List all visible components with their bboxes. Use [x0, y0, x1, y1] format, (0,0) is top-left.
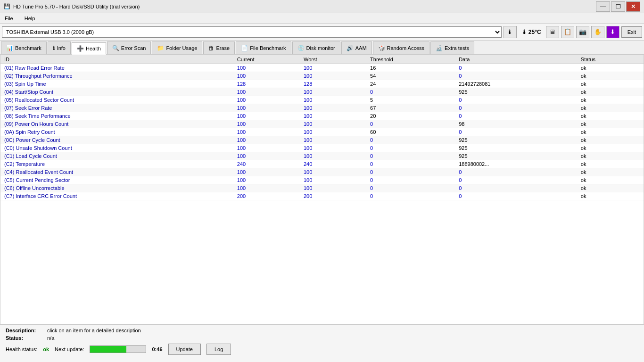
table-row[interactable]: (C7) Interface CRC Error Count20020000ok — [0, 192, 644, 200]
cell-status: ok — [577, 128, 644, 136]
icon-btn-4[interactable]: ✋ — [591, 26, 604, 38]
cell-data: 0 — [455, 64, 577, 72]
tab-file-benchmark[interactable]: 📄 File Benchmark — [236, 41, 291, 54]
main-content: ID Current Worst Threshold Data Status (… — [0, 55, 644, 324]
cell-id: (0A) Spin Retry Count — [0, 128, 233, 136]
cell-data: 0 — [455, 104, 577, 112]
icon-btn-1[interactable]: 🖥 — [546, 26, 559, 38]
bottom-panel: Description: click on an item for a deta… — [0, 324, 644, 362]
cell-data: 925 — [455, 144, 577, 152]
cell-threshold: 20 — [366, 112, 455, 120]
tab-bar: 📊 Benchmark ℹ Info ➕ Health 🔍 Error Scan… — [0, 41, 644, 55]
cell-current: 200 — [233, 192, 300, 200]
cell-threshold: 0 — [366, 160, 455, 168]
log-button[interactable]: Log — [206, 344, 231, 355]
table-row[interactable]: (09) Power On Hours Count100100098ok — [0, 120, 644, 128]
table-row[interactable]: (0A) Spin Retry Count100100600ok — [0, 128, 644, 136]
table-row[interactable]: (04) Start/Stop Count1001000925ok — [0, 88, 644, 96]
smart-table: ID Current Worst Threshold Data Status (… — [0, 55, 644, 200]
cell-status: ok — [577, 168, 644, 176]
table-row[interactable]: (0C) Power Cycle Count1001000925ok — [0, 136, 644, 144]
cell-data: 925 — [455, 152, 577, 160]
table-body: (01) Raw Read Error Rate100100160ok(02) … — [0, 64, 644, 200]
table-row[interactable]: (C5) Current Pending Sector10010000ok — [0, 176, 644, 184]
title-bar-left: 💾 HD Tune Pro 5.70 - Hard Disk/SSD Utili… — [4, 3, 140, 9]
cell-id: (02) Throughput Performance — [0, 72, 233, 80]
description-value: click on an item for a detailed descript… — [47, 328, 141, 333]
cell-id: (05) Reallocated Sector Count — [0, 96, 233, 104]
cell-status: ok — [577, 152, 644, 160]
cell-threshold: 0 — [366, 168, 455, 176]
status-value: n/a — [47, 335, 54, 341]
cell-data: 0 — [455, 168, 577, 176]
table-row[interactable]: (03) Spin Up Time1281282421492728081ok — [0, 80, 644, 88]
cell-data: 0 — [455, 112, 577, 120]
status-label: Status: — [6, 335, 43, 341]
cell-id: (C0) Unsafe Shutdown Count — [0, 144, 233, 152]
menu-file[interactable]: File — [2, 15, 16, 22]
cell-data: 188980002... — [455, 160, 577, 168]
close-button[interactable]: ✕ — [626, 1, 640, 12]
cell-status: ok — [577, 96, 644, 104]
tab-folder-usage[interactable]: 📁 Folder Usage — [152, 41, 202, 54]
cell-status: ok — [577, 144, 644, 152]
error-scan-icon: 🔍 — [112, 45, 119, 51]
tab-benchmark[interactable]: 📊 Benchmark — [1, 41, 47, 54]
benchmark-icon: 📊 — [6, 45, 13, 51]
cell-threshold: 16 — [366, 64, 455, 72]
table-row[interactable]: (08) Seek Time Performance100100200ok — [0, 112, 644, 120]
cell-id: (03) Spin Up Time — [0, 80, 233, 88]
drive-selector[interactable]: TOSHIBA External USB 3.0 (2000 gB) — [2, 26, 502, 38]
table-row[interactable]: (01) Raw Read Error Rate100100160ok — [0, 64, 644, 72]
cell-id: (C5) Current Pending Sector — [0, 176, 233, 184]
menu-help[interactable]: Help — [22, 15, 38, 22]
tab-disk-monitor[interactable]: 💿 Disk monitor — [292, 41, 340, 54]
cell-worst: 100 — [300, 96, 366, 104]
tab-erase[interactable]: 🗑 Erase — [203, 41, 235, 54]
cell-current: 100 — [233, 168, 300, 176]
cell-threshold: 0 — [366, 120, 455, 128]
erase-icon: 🗑 — [208, 45, 214, 51]
cell-status: ok — [577, 64, 644, 72]
tab-info[interactable]: ℹ Info — [48, 41, 71, 54]
cell-id: (04) Start/Stop Count — [0, 88, 233, 96]
tab-random-access[interactable]: 🎲 Random Access — [373, 41, 429, 54]
tab-error-scan[interactable]: 🔍 Error Scan — [107, 41, 151, 54]
table-row[interactable]: (C0) Unsafe Shutdown Count1001000925ok — [0, 144, 644, 152]
tab-extra-tests[interactable]: 🔬 Extra tests — [430, 41, 474, 54]
cell-current: 100 — [233, 144, 300, 152]
cell-current: 100 — [233, 120, 300, 128]
exit-button[interactable]: Exit — [621, 26, 642, 38]
cell-data: 0 — [455, 184, 577, 192]
minimize-button[interactable]: — — [596, 1, 610, 12]
cell-threshold: 60 — [366, 128, 455, 136]
tab-aam[interactable]: 🔊 AAM — [341, 41, 372, 54]
table-row[interactable]: (05) Reallocated Sector Count10010050ok — [0, 96, 644, 104]
table-row[interactable]: (07) Seek Error Rate100100670ok — [0, 104, 644, 112]
cell-current: 100 — [233, 96, 300, 104]
cell-threshold: 0 — [366, 184, 455, 192]
cell-threshold: 0 — [366, 136, 455, 144]
icon-btn-3[interactable]: 📷 — [576, 26, 589, 38]
table-row[interactable]: (C2) Temperature2402400188980002...ok — [0, 160, 644, 168]
cell-data: 925 — [455, 136, 577, 144]
extra-tests-icon: 🔬 — [436, 45, 443, 51]
table-row[interactable]: (C4) Reallocated Event Count10010000ok — [0, 168, 644, 176]
cell-data: 21492728081 — [455, 80, 577, 88]
table-row[interactable]: (C6) Offline Uncorrectable10010000ok — [0, 184, 644, 192]
update-button[interactable]: Update — [168, 344, 201, 355]
tab-health[interactable]: ➕ Health — [72, 42, 106, 55]
icon-btn-5[interactable]: ⬇ — [606, 26, 619, 38]
table-row[interactable]: (02) Throughput Performance100100540ok — [0, 72, 644, 80]
cell-id: (07) Seek Error Rate — [0, 104, 233, 112]
header-current: Current — [233, 55, 300, 64]
cell-worst: 100 — [300, 104, 366, 112]
table-row[interactable]: (C1) Load Cycle Count1001000925ok — [0, 152, 644, 160]
drive-btn-1[interactable]: 🌡 — [504, 26, 517, 38]
temperature-display: 🌡 25°C — [519, 29, 544, 35]
cell-current: 100 — [233, 112, 300, 120]
cell-status: ok — [577, 192, 644, 200]
maximize-button[interactable]: ❐ — [611, 1, 625, 12]
icon-btn-2[interactable]: 📋 — [561, 26, 574, 38]
info-icon: ℹ — [53, 45, 55, 51]
